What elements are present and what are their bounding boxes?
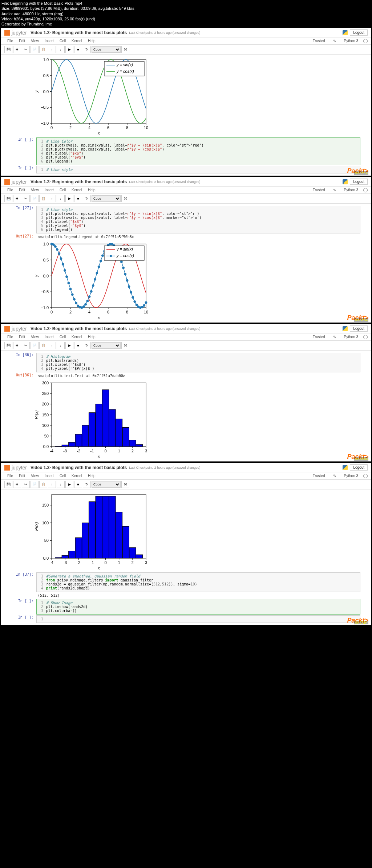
command-palette-button[interactable]: ⌘: [121, 46, 129, 53]
move-up-button[interactable]: ↑: [48, 46, 56, 53]
logout-button[interactable]: Logout: [350, 29, 368, 36]
kernel-name[interactable]: Python 3: [341, 187, 361, 193]
menu-cell[interactable]: Cell: [57, 187, 69, 193]
code-cell[interactable]: In [ ]:1# Show Image2plt.imshow(rands2d)…: [12, 599, 360, 615]
menu-edit[interactable]: Edit: [16, 38, 28, 44]
add-cell-button[interactable]: ✚: [13, 195, 21, 202]
interrupt-button[interactable]: ■: [74, 342, 82, 349]
trusted-indicator[interactable]: Trusted: [310, 187, 328, 193]
paste-button[interactable]: 📋: [39, 46, 47, 53]
menu-kernel[interactable]: Kernel: [69, 187, 85, 193]
move-down-button[interactable]: ↓: [57, 342, 65, 349]
restart-button[interactable]: ↻: [83, 46, 91, 53]
menu-kernel[interactable]: Kernel: [69, 473, 85, 479]
menu-view[interactable]: View: [28, 38, 42, 44]
edit-icon[interactable]: ✎: [330, 187, 339, 193]
celltype-select[interactable]: Code: [92, 195, 121, 202]
save-button[interactable]: 💾: [4, 481, 12, 488]
code-input[interactable]: 1# Line style2plt.plot(xvals, np.sin(xva…: [36, 206, 360, 233]
code-cell[interactable]: In [ ]:1# Line style: [12, 166, 360, 173]
move-down-button[interactable]: ↓: [57, 195, 65, 202]
menu-file[interactable]: File: [4, 473, 16, 479]
save-button[interactable]: 💾: [4, 342, 12, 349]
run-button[interactable]: ▶: [65, 481, 73, 488]
restart-button[interactable]: ↻: [83, 342, 91, 349]
kernel-name[interactable]: Python 3: [341, 334, 361, 340]
cut-button[interactable]: ✂: [22, 195, 30, 202]
edit-icon[interactable]: ✎: [330, 334, 339, 340]
menu-insert[interactable]: Insert: [42, 187, 57, 193]
run-button[interactable]: ▶: [65, 46, 73, 53]
move-down-button[interactable]: ↓: [57, 46, 65, 53]
notebook-title[interactable]: Video 1.3- Beginning with the most basic…: [31, 30, 127, 35]
restart-button[interactable]: ↻: [83, 481, 91, 488]
save-button[interactable]: 💾: [4, 46, 12, 53]
kernel-name[interactable]: Python 3: [341, 38, 361, 44]
menu-help[interactable]: Help: [85, 473, 98, 479]
interrupt-button[interactable]: ■: [74, 46, 82, 53]
menu-insert[interactable]: Insert: [42, 473, 57, 479]
paste-button[interactable]: 📋: [39, 342, 47, 349]
code-input[interactable]: 1# Line Color2plt.plot(xvals, np.sin(xva…: [36, 137, 360, 165]
menu-file[interactable]: File: [4, 38, 16, 44]
code-input[interactable]: 1# Show Image2plt.imshow(rands2d)3plt.co…: [36, 599, 360, 615]
menu-insert[interactable]: Insert: [42, 334, 57, 340]
code-input[interactable]: 1#Generate a smoothed, gaussian random f…: [36, 572, 360, 592]
celltype-select[interactable]: Code: [92, 342, 121, 349]
paste-button[interactable]: 📋: [39, 195, 47, 202]
copy-button[interactable]: 📄: [31, 481, 39, 488]
logout-button[interactable]: Logout: [350, 464, 368, 471]
command-palette-button[interactable]: ⌘: [121, 481, 129, 488]
menu-help[interactable]: Help: [85, 334, 98, 340]
menu-cell[interactable]: Cell: [57, 473, 69, 479]
copy-button[interactable]: 📄: [31, 195, 39, 202]
menu-kernel[interactable]: Kernel: [69, 38, 85, 44]
command-palette-button[interactable]: ⌘: [121, 195, 129, 202]
menu-edit[interactable]: Edit: [16, 334, 28, 340]
code-cell[interactable]: In [27]:1# Line style2plt.plot(xvals, np…: [12, 206, 360, 233]
move-down-button[interactable]: ↓: [57, 481, 65, 488]
menu-view[interactable]: View: [28, 187, 42, 193]
menu-file[interactable]: File: [4, 187, 16, 193]
add-cell-button[interactable]: ✚: [13, 481, 21, 488]
menu-edit[interactable]: Edit: [16, 473, 28, 479]
cut-button[interactable]: ✂: [22, 481, 30, 488]
edit-icon[interactable]: ✎: [330, 38, 339, 44]
add-cell-button[interactable]: ✚: [13, 342, 21, 349]
code-input[interactable]: 1: [36, 615, 360, 623]
cut-button[interactable]: ✂: [22, 46, 30, 53]
copy-button[interactable]: 📄: [31, 46, 39, 53]
move-up-button[interactable]: ↑: [48, 195, 56, 202]
save-button[interactable]: 💾: [4, 195, 12, 202]
notebook-title[interactable]: Video 1.3- Beginning with the most basic…: [31, 179, 127, 184]
trusted-indicator[interactable]: Trusted: [310, 473, 328, 479]
menu-view[interactable]: View: [28, 473, 42, 479]
paste-button[interactable]: 📋: [39, 481, 47, 488]
trusted-indicator[interactable]: Trusted: [310, 334, 328, 340]
menu-cell[interactable]: Cell: [57, 334, 69, 340]
menu-help[interactable]: Help: [85, 187, 98, 193]
code-cell[interactable]: In [ ]:1# Line Color2plt.plot(xvals, np.…: [12, 137, 360, 165]
logout-button[interactable]: Logout: [350, 325, 368, 332]
command-palette-button[interactable]: ⌘: [121, 342, 129, 349]
move-up-button[interactable]: ↑: [48, 481, 56, 488]
add-cell-button[interactable]: ✚: [13, 46, 21, 53]
run-button[interactable]: ▶: [65, 342, 73, 349]
code-input[interactable]: 1# Histogram2plt.hist(rands)3plt.xlabel(…: [36, 353, 360, 372]
menu-edit[interactable]: Edit: [16, 187, 28, 193]
menu-view[interactable]: View: [28, 334, 42, 340]
kernel-name[interactable]: Python 3: [341, 473, 361, 479]
menu-cell[interactable]: Cell: [57, 38, 69, 44]
interrupt-button[interactable]: ■: [74, 195, 82, 202]
menu-kernel[interactable]: Kernel: [69, 334, 85, 340]
celltype-select[interactable]: Code: [92, 46, 121, 53]
copy-button[interactable]: 📄: [31, 342, 39, 349]
celltype-select[interactable]: Code: [92, 481, 121, 488]
menu-insert[interactable]: Insert: [42, 38, 57, 44]
logout-button[interactable]: Logout: [350, 179, 368, 185]
move-up-button[interactable]: ↑: [48, 342, 56, 349]
notebook-title[interactable]: Video 1.3- Beginning with the most basic…: [31, 465, 127, 470]
cut-button[interactable]: ✂: [22, 342, 30, 349]
code-input[interactable]: 1# Line style: [36, 166, 360, 173]
restart-button[interactable]: ↻: [83, 195, 91, 202]
